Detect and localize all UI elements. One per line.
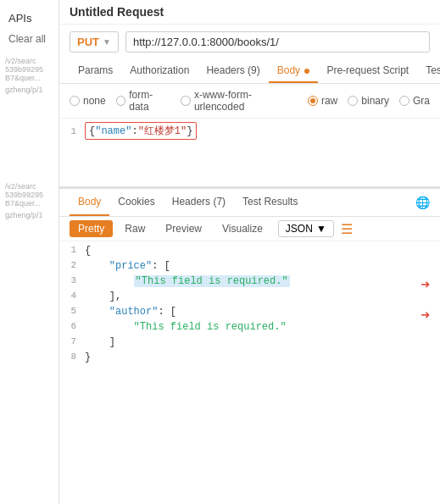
resp-linenum-6: 6	[59, 321, 85, 331]
tab-params[interactable]: Params	[70, 59, 121, 83]
resp-line-3: 3 "This field is required." ➜	[59, 275, 440, 291]
request-body-editor[interactable]: 1 {"name":"红楼梦1"}	[59, 119, 440, 186]
radio-formdata-label: form-data	[129, 89, 170, 113]
radio-raw[interactable]: raw	[308, 95, 337, 107]
sidebar-history-item: gzheng/p/1	[0, 84, 58, 96]
tab-headers[interactable]: Headers (9)	[198, 59, 268, 83]
radio-none-circle	[70, 96, 80, 106]
radio-binary-circle	[348, 96, 358, 106]
radio-graphql[interactable]: Gra	[399, 95, 430, 107]
sort-icon[interactable]: ☰	[341, 221, 353, 237]
radio-formdata-circle	[116, 96, 126, 106]
resp-line-6: 6 "This field is required."	[59, 321, 440, 336]
resp-tab-headers[interactable]: Headers (7)	[164, 189, 234, 216]
format-type-arrow: ▼	[316, 223, 326, 235]
body-type-row: none form-data x-www-form-urlencoded raw…	[59, 84, 440, 119]
tab-prerequest[interactable]: Pre-request Script	[318, 59, 417, 83]
method-arrow-icon: ▼	[103, 37, 111, 47]
request-panel: Untitled Request PUT ▼ Params Authorizat…	[59, 0, 440, 188]
format-row: Pretty Raw Preview Visualize JSON ▼ ☰	[59, 217, 440, 241]
sidebar-clearall[interactable]: Clear all	[0, 30, 58, 48]
method-select[interactable]: PUT ▼	[70, 31, 119, 53]
resp-tab-body[interactable]: Body	[70, 189, 109, 216]
fmt-raw[interactable]: Raw	[116, 220, 153, 237]
resp-tab-testresults[interactable]: Test Results	[234, 189, 306, 216]
resp-code-7: ]	[85, 336, 440, 348]
resp-line-1: 1 {	[59, 245, 440, 260]
tab-body[interactable]: Body	[269, 59, 319, 83]
response-tabs-row: Body Cookies Headers (7) Test Results 🌐	[59, 189, 440, 217]
radio-binary-label: binary	[361, 95, 389, 107]
resp-str-price-required: "This field is required."	[134, 275, 290, 287]
response-code-area: 1 { 2 "price": [ 3 "This field is requir…	[59, 241, 440, 504]
code-brace-close: }	[187, 125, 192, 137]
fmt-pretty[interactable]: Pretty	[70, 220, 113, 237]
request-tabs: Params Authorization Headers (9) Body Pr…	[59, 59, 440, 84]
resp-line-7: 7 ]	[59, 336, 440, 352]
fmt-preview[interactable]: Preview	[157, 220, 210, 237]
code-highlight-box: {"name":"红楼梦1"}	[85, 122, 197, 140]
resp-line-5: 5 "author": [ ➜	[59, 306, 440, 321]
code-content-1: {"name":"红楼梦1"}	[85, 122, 440, 140]
url-input[interactable]	[125, 31, 430, 53]
resp-line-2: 2 "price": [	[59, 260, 440, 275]
fmt-visualize[interactable]: Visualize	[214, 220, 271, 237]
radio-none-label: none	[83, 95, 106, 107]
globe-icon[interactable]: 🌐	[415, 196, 430, 209]
request-title: Untitled Request	[59, 0, 440, 25]
radio-formdata[interactable]: form-data	[116, 89, 171, 113]
sidebar-apis[interactable]: APIs	[0, 7, 58, 30]
resp-linenum-4: 4	[59, 291, 85, 301]
radio-binary[interactable]: binary	[348, 95, 389, 107]
resp-line-4: 4 ],	[59, 291, 440, 306]
sidebar: APIs Clear all /v2/searc539b99295B7&quer…	[0, 0, 59, 504]
radio-urlencoded-circle	[181, 96, 191, 106]
sidebar-history-item: /v2/searc539b99295B7&quer...	[0, 180, 58, 209]
radio-raw-circle	[308, 96, 318, 106]
resp-key-author: "author"	[109, 306, 159, 318]
sidebar-history-item: gzheng/p/1	[0, 209, 58, 221]
resp-linenum-5: 5	[59, 306, 85, 316]
radio-urlencoded-label: x-www-form-urlencoded	[194, 89, 298, 113]
resp-linenum-7: 7	[59, 336, 85, 346]
resp-code-2: "price": [	[85, 260, 440, 272]
resp-code-1: {	[85, 245, 440, 257]
format-type-label: JSON	[286, 223, 313, 235]
body-dot	[304, 69, 309, 74]
radio-raw-label: raw	[321, 95, 337, 107]
resp-tab-cookies[interactable]: Cookies	[109, 189, 163, 216]
radio-graphql-label: Gra	[413, 95, 430, 107]
resp-linenum-8: 8	[59, 352, 85, 362]
resp-linenum-2: 2	[59, 260, 85, 270]
sidebar-history-item: /v2/searc539b99295B7&quer...	[0, 55, 58, 84]
response-panel: Body Cookies Headers (7) Test Results 🌐 …	[59, 188, 440, 504]
resp-code-4: ],	[85, 291, 440, 302]
resp-line-8: 8 }	[59, 352, 440, 367]
resp-code-6: "This field is required."	[85, 321, 440, 333]
tab-test[interactable]: Test	[417, 59, 440, 83]
url-bar: PUT ▼	[59, 25, 440, 59]
line-num-1: 1	[59, 126, 85, 136]
radio-none[interactable]: none	[70, 95, 106, 107]
resp-linenum-3: 3	[59, 275, 85, 285]
radio-urlencoded[interactable]: x-www-form-urlencoded	[181, 89, 298, 113]
resp-key-price: "price"	[109, 260, 152, 272]
tab-authorization[interactable]: Authorization	[121, 59, 198, 83]
resp-code-8: }	[85, 352, 440, 363]
resp-code-3: "This field is required."	[85, 275, 440, 287]
resp-str-author-required: "This field is required."	[134, 321, 287, 333]
code-value-name: "红楼梦1"	[138, 125, 187, 137]
method-label: PUT	[77, 36, 99, 48]
code-colon: :	[131, 125, 137, 137]
radio-graphql-circle	[399, 96, 409, 106]
format-type-select[interactable]: JSON ▼	[278, 220, 334, 237]
resp-code-5: "author": [	[85, 306, 440, 318]
code-key-name: "name"	[95, 125, 131, 137]
code-line-1: 1 {"name":"红楼梦1"}	[59, 122, 440, 140]
resp-linenum-1: 1	[59, 245, 85, 255]
main-panel: Untitled Request PUT ▼ Params Authorizat…	[59, 0, 440, 504]
